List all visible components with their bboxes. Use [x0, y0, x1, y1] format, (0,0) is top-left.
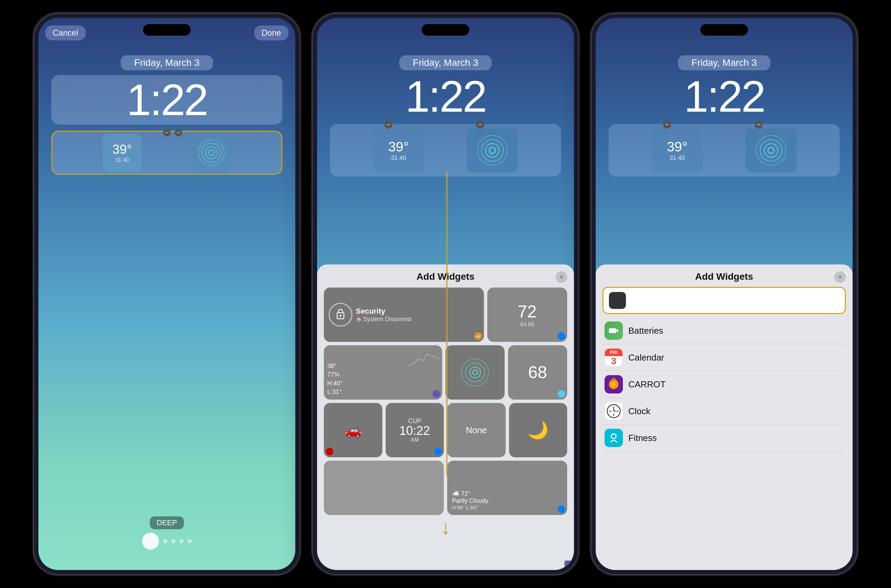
phone-1: Cancel Done Friday, March 3 1:22 − 39° 3…	[34, 14, 300, 574]
p3-date-pill: Friday, March 3	[678, 56, 771, 70]
phone-2: Friday, March 3 1:22 − − 39° 31 40	[313, 14, 578, 574]
cup-sub-text: AM	[411, 437, 418, 443]
aw-title: Add Widgets	[417, 271, 475, 282]
selected-widget-icon	[609, 292, 626, 309]
svg-point-0	[199, 140, 224, 166]
weather-blue-badge: ·	[558, 332, 565, 340]
list-item-batteries[interactable]: Batteries	[602, 317, 846, 344]
svg-point-2	[205, 147, 217, 159]
widget-area-selected[interactable]: − 39° 31 40 −	[51, 131, 282, 175]
phone-3: Friday, March 3 1:22 − − 39° 31 40	[591, 14, 857, 574]
p2-time-display: 1:22	[330, 74, 561, 118]
moon-purple-badge	[564, 561, 572, 568]
cup-time-value: 10:22	[399, 425, 430, 437]
weather-num-widget[interactable]: 72 64 88 🏠 ·	[487, 288, 567, 342]
dynamic-island-3	[700, 24, 748, 36]
dot-1	[163, 539, 167, 543]
security-sub: 🏠 System Disarmed	[356, 316, 479, 323]
svg-rect-19	[617, 330, 619, 332]
list-item-carrot[interactable]: ⚡ CARROT	[602, 371, 846, 398]
cup-clock-badge	[434, 448, 442, 455]
p3-time-display: 1:22	[609, 74, 840, 118]
partly-cloudy-widget[interactable]: ☁️ 72° Partly Cloudy H:88° L:64° ·	[447, 461, 567, 515]
dot-3	[179, 539, 184, 543]
radar-grid-widget[interactable]	[446, 345, 505, 400]
p2-temp-widget: 39° 31 40	[373, 128, 424, 172]
p2-date-text: Friday, March 3	[413, 57, 478, 68]
fitness-label: Fitness	[628, 433, 657, 443]
dynamic-island-2	[422, 24, 469, 36]
time-display: 1:22	[62, 78, 272, 122]
svg-point-12	[470, 367, 480, 378]
humidity-widget[interactable]: 68	[508, 345, 567, 400]
clock-icon	[605, 402, 623, 420]
none-widget[interactable]: None	[447, 403, 506, 457]
pc-title: Partly Cloudy	[452, 497, 488, 504]
list-item-fitness[interactable]: Fitness	[602, 425, 846, 452]
security-widget[interactable]: Security 🏠 System Disarmed 🏠	[324, 288, 484, 342]
cup-widget[interactable]: CUP 10:22 AM	[386, 403, 444, 457]
p3-widget-row: − − 39° 31 40	[609, 124, 840, 177]
dot-2	[171, 539, 175, 543]
p2-widget-row: − − 39° 31 40	[330, 124, 561, 177]
humidity-value: 68	[528, 363, 547, 382]
yellow-arrow: ↓	[440, 515, 451, 539]
svg-point-3	[209, 150, 214, 156]
pc-blue-badge: ·	[558, 506, 565, 513]
p3-radar-widget	[745, 128, 796, 172]
moon-widget[interactable]: 🌙	[509, 403, 567, 457]
aw-close-button[interactable]: ×	[555, 271, 567, 283]
cancel-button[interactable]: Cancel	[45, 26, 86, 40]
svg-rect-31	[605, 429, 623, 447]
p2-date-pill: Friday, March 3	[399, 56, 492, 70]
awl-close-button[interactable]: ×	[834, 271, 846, 283]
svg-point-11	[465, 363, 485, 382]
svg-point-1	[202, 143, 221, 162]
fitness-icon	[605, 429, 623, 447]
p2-radar-widget	[467, 128, 518, 172]
clock-label: Clock	[628, 406, 650, 417]
svg-point-16	[764, 144, 778, 157]
batteries-label: Batteries	[628, 326, 663, 336]
temp-value: 39°	[113, 142, 132, 157]
none-label: None	[466, 425, 487, 436]
p2-minus-2[interactable]: −	[476, 120, 484, 129]
svg-point-7	[489, 147, 495, 153]
p3-minus-1[interactable]: −	[663, 120, 671, 129]
add-widgets-list-panel: Add Widgets × Batteries	[596, 264, 853, 570]
p3-date-text: Friday, March 3	[692, 57, 757, 68]
add-widgets-panel: Add Widgets ×	[317, 264, 574, 570]
p3-minus-2[interactable]: −	[755, 120, 763, 129]
p2-minus-1[interactable]: −	[384, 120, 393, 129]
security-text: Security 🏠 System Disarmed	[356, 307, 479, 323]
carrot-icon: ⚡	[605, 375, 623, 393]
svg-point-15	[760, 140, 782, 161]
carrot-label: CARROT	[628, 379, 666, 390]
p3-temp-widget: 39° 31 40	[652, 128, 703, 172]
weather-temp-widget[interactable]: 39° 31 40	[102, 134, 142, 172]
minus-badge-2[interactable]: −	[175, 129, 182, 136]
svg-rect-18	[609, 328, 616, 333]
yellow-bar	[446, 171, 447, 476]
list-item-calendar[interactable]: FRI 3 Calendar	[602, 344, 846, 371]
batteries-icon	[605, 321, 623, 340]
calendar-label: Calendar	[628, 352, 664, 363]
done-button[interactable]: Done	[254, 26, 289, 40]
radar-widget[interactable]	[192, 134, 231, 172]
svg-point-5	[482, 140, 503, 161]
svg-text:⚡: ⚡	[610, 381, 617, 388]
page-dots	[142, 532, 192, 550]
security-title: Security	[356, 307, 479, 316]
security-icon	[329, 303, 352, 327]
pc-weather-icon: ☁️ 72°	[452, 490, 470, 497]
selected-widget-item[interactable]	[602, 287, 846, 314]
temp-range: 31 40	[115, 157, 129, 163]
chart-widget[interactable]: 38° 77% H:40° L:31°	[324, 345, 442, 400]
car-widget[interactable]: 🚗	[324, 403, 382, 457]
active-dot	[142, 532, 159, 550]
minus-badge-1[interactable]: −	[163, 129, 171, 136]
weather-num-sub: 64 88	[520, 321, 534, 328]
radar-rings	[197, 138, 226, 167]
calendar-icon: FRI 3	[605, 348, 623, 367]
list-item-clock[interactable]: Clock	[602, 398, 846, 425]
